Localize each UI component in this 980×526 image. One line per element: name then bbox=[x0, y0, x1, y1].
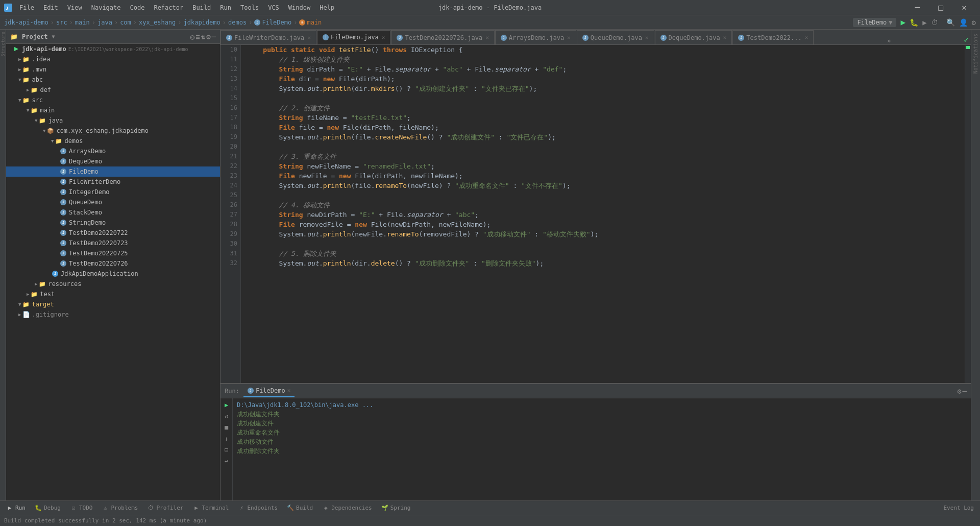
menu-refactor[interactable]: Refactor bbox=[150, 3, 187, 12]
tree-src[interactable]: ▼ 📁 src bbox=[6, 95, 220, 105]
run-button[interactable]: ▶ bbox=[900, 17, 905, 27]
btn-profiler[interactable]: ⏱ Profiler bbox=[143, 504, 187, 513]
panel-minimize-icon[interactable]: ─ bbox=[963, 387, 967, 395]
run-label[interactable]: Run: bbox=[225, 388, 239, 395]
tree-testdemo23[interactable]: J TestDemo20220723 bbox=[6, 238, 220, 248]
tab-close-2[interactable]: ✕ bbox=[485, 34, 489, 41]
btn-problems[interactable]: ⚠ Problems bbox=[98, 504, 142, 513]
bc-demos[interactable]: demos bbox=[228, 19, 247, 26]
structure-label[interactable]: Structure bbox=[1, 32, 6, 57]
settings-icon[interactable]: ⚙ bbox=[972, 18, 976, 27]
tree-root[interactable]: jdk-api-demo E:\IDEA2021\workspace-2022\… bbox=[6, 44, 220, 54]
tab-close-3[interactable]: ✕ bbox=[567, 34, 571, 41]
tab-close-4[interactable]: ✕ bbox=[645, 34, 649, 41]
btn-event-log[interactable]: Event Log bbox=[939, 504, 978, 512]
maximize-button[interactable]: □ bbox=[929, 0, 952, 15]
btn-terminal[interactable]: ▶ Terminal bbox=[188, 504, 233, 513]
tree-testdemo25[interactable]: J TestDemo20220725 bbox=[6, 248, 220, 258]
run-wrap-btn[interactable]: ↩ bbox=[222, 457, 231, 466]
bc-jdkapi[interactable]: jdkapidemo bbox=[184, 19, 220, 26]
tree-integer-demo[interactable]: J IntegerDemo bbox=[6, 187, 220, 197]
tab-filewriter[interactable]: J FileWriterDemo.java ✕ bbox=[220, 30, 316, 44]
coverage-button[interactable]: ▶ bbox=[922, 18, 926, 27]
tree-mvn[interactable]: ▶ 📁 .mvn bbox=[6, 64, 220, 75]
tab-filedemo[interactable]: J FileDemo.java ✕ bbox=[317, 30, 391, 44]
tree-main-folder[interactable]: ▼ 📁 main bbox=[6, 105, 220, 115]
minimize-button[interactable]: ─ bbox=[905, 0, 929, 15]
run-filter-btn[interactable]: ⊟ bbox=[222, 445, 231, 455]
run-config[interactable]: FileDemo ▼ bbox=[853, 18, 896, 27]
minimize-panel-icon[interactable]: ─ bbox=[212, 33, 216, 41]
menu-view[interactable]: View bbox=[63, 3, 86, 12]
tree-demos-folder[interactable]: ▼ 📁 demos bbox=[6, 136, 220, 146]
tree-file-demo[interactable]: J FileDemo bbox=[6, 166, 220, 177]
tab-testdemo2022[interactable]: J TestDemo2022... ✕ bbox=[732, 30, 814, 44]
tab-queue[interactable]: J QueueDemo.java ✕ bbox=[577, 30, 654, 44]
debug-button[interactable]: 🐛 bbox=[910, 18, 918, 27]
btn-todo[interactable]: ☑ TODO bbox=[66, 504, 97, 513]
code-content[interactable]: public static void testFile() throws IOE… bbox=[241, 45, 965, 383]
menu-window[interactable]: Window bbox=[284, 3, 314, 12]
tree-testdemo26[interactable]: J TestDemo20220726 bbox=[6, 258, 220, 269]
locate-icon[interactable]: ◎ bbox=[190, 33, 194, 41]
tree-test[interactable]: ▶ 📁 test bbox=[6, 289, 220, 299]
tree-arrays-demo[interactable]: J ArraysDemo bbox=[6, 146, 220, 156]
btn-debug[interactable]: 🐛 Debug bbox=[31, 504, 65, 513]
profile-button[interactable]: ⏱ bbox=[931, 18, 938, 27]
project-dropdown[interactable]: ▼ bbox=[52, 34, 55, 39]
tab-close-active[interactable]: ✕ bbox=[382, 34, 385, 41]
tab-close-5[interactable]: ✕ bbox=[723, 34, 727, 41]
run-scroll-btn[interactable]: ↓ bbox=[222, 434, 231, 443]
tree-testdemo22[interactable]: J TestDemo20220722 bbox=[6, 228, 220, 238]
tree-jdkapp[interactable]: J JdkApiDemoApplication bbox=[6, 269, 220, 279]
tree-queue-demo[interactable]: J QueueDemo bbox=[6, 197, 220, 207]
bc-java[interactable]: java bbox=[97, 19, 112, 26]
sort-icon[interactable]: ⇅ bbox=[201, 33, 205, 41]
tab-deque[interactable]: J DequeDemo.java ✕ bbox=[655, 30, 732, 44]
tab-close-6[interactable]: ✕ bbox=[805, 34, 808, 41]
close-button[interactable]: ✕ bbox=[952, 0, 976, 15]
tree-idea[interactable]: ▶ 📁 .idea bbox=[6, 54, 220, 64]
menu-code[interactable]: Code bbox=[126, 3, 149, 12]
bottom-tab-filedemo[interactable]: J FileDemo ✕ bbox=[243, 385, 295, 397]
tree-abc[interactable]: ▼ 📁 abc bbox=[6, 75, 220, 85]
menu-build[interactable]: Build bbox=[188, 3, 215, 12]
tabs-more[interactable]: » bbox=[883, 37, 895, 44]
tab-testdemo26[interactable]: J TestDemo20220726.java ✕ bbox=[391, 30, 494, 44]
run-rerun-btn[interactable]: ↺ bbox=[222, 412, 231, 421]
tab-close-run[interactable]: ✕ bbox=[287, 387, 291, 394]
menu-tools[interactable]: Tools bbox=[236, 3, 263, 12]
run-stop-btn[interactable]: ■ bbox=[222, 423, 231, 432]
tree-package[interactable]: ▼ 📦 com.xyx_eshang.jdkapidemo bbox=[6, 126, 220, 136]
tab-close[interactable]: ✕ bbox=[307, 34, 311, 41]
tree-string-demo[interactable]: J StringDemo bbox=[6, 218, 220, 228]
tree-stack-demo[interactable]: J StackDemo bbox=[6, 207, 220, 218]
bc-filedemo[interactable]: FileDemo bbox=[262, 19, 291, 26]
btn-build[interactable]: 🔨 Build bbox=[283, 504, 317, 513]
avatar[interactable]: 👤 bbox=[959, 18, 968, 27]
tree-java-folder[interactable]: ▼ 📁 java bbox=[6, 115, 220, 126]
btn-run[interactable]: ▶ Run bbox=[2, 504, 30, 513]
menu-help[interactable]: Help bbox=[315, 3, 338, 12]
search-icon[interactable]: 🔍 bbox=[946, 18, 955, 27]
bc-src[interactable]: src bbox=[56, 19, 67, 26]
tree-gitignore[interactable]: ▶ 📄 .gitignore bbox=[6, 309, 220, 320]
btn-dependencies[interactable]: ◈ Dependencies bbox=[318, 504, 376, 513]
bc-project[interactable]: jdk-api-demo bbox=[4, 19, 48, 26]
tree-def[interactable]: ▶ 📁 def bbox=[6, 85, 220, 95]
bc-main[interactable]: main bbox=[75, 19, 90, 26]
menu-vcs[interactable]: VCS bbox=[264, 3, 283, 12]
bc-method[interactable]: main bbox=[307, 19, 322, 26]
tree-target[interactable]: ▼ 📁 target bbox=[6, 299, 220, 309]
panel-settings-icon[interactable]: ⚙ bbox=[957, 387, 961, 395]
tree-deque-demo[interactable]: J DequeDemo bbox=[6, 156, 220, 166]
bc-xyx[interactable]: xyx_eshang bbox=[139, 19, 176, 26]
btn-endpoints[interactable]: ⚡ Endpoints bbox=[234, 504, 282, 513]
tree-resources[interactable]: ▶ 📁 resources bbox=[6, 279, 220, 289]
menu-run[interactable]: Run bbox=[216, 3, 235, 12]
run-play-btn[interactable]: ▶ bbox=[222, 400, 231, 410]
menu-file[interactable]: File bbox=[15, 3, 38, 12]
menu-edit[interactable]: Edit bbox=[39, 3, 62, 12]
tree-filewriter-demo[interactable]: J FileWriterDemo bbox=[6, 177, 220, 187]
btn-spring[interactable]: 🌱 Spring bbox=[377, 504, 415, 513]
